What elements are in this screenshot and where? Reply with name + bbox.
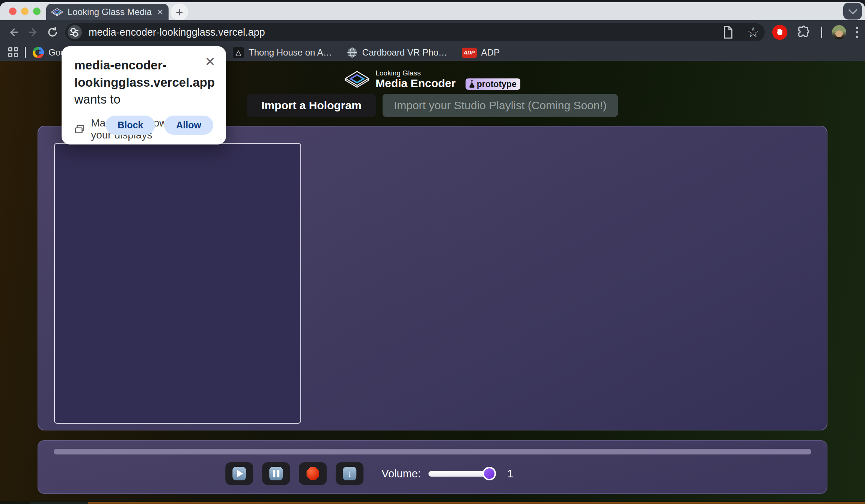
apps-grid-icon[interactable] — [8, 47, 19, 58]
prototype-badge: prototype — [466, 78, 520, 90]
bookmark-adp[interactable]: ADP ADP — [462, 47, 509, 58]
close-window-button[interactable] — [9, 8, 17, 15]
preview-viewport[interactable] — [54, 143, 301, 424]
adblock-extension-icon[interactable] — [772, 25, 787, 40]
active-tab[interactable]: Looking Glass Media Encoder × — [46, 4, 169, 20]
url-bar[interactable]: media-encoder-lookingglass.vercel.app ☆ — [65, 23, 765, 41]
dialog-buttons: Block Allow — [105, 116, 213, 135]
forward-button[interactable] — [23, 26, 43, 39]
adp-favicon: ADP — [462, 48, 477, 58]
bookmarks-separator — [25, 47, 26, 58]
bottom-strip-line — [88, 502, 865, 504]
volume-slider[interactable] — [428, 471, 493, 477]
triangle-favicon: △ — [233, 47, 244, 58]
page-bottom-strip — [0, 501, 865, 504]
toolbar-extensions-area — [772, 25, 858, 40]
reading-mode-icon[interactable] — [722, 26, 734, 39]
dialog-close-icon[interactable]: ✕ — [205, 55, 216, 68]
looking-glass-logo — [345, 69, 369, 90]
browser-window: Looking Glass Media Encoder × + media-en… — [0, 0, 865, 504]
hologram-stage-panel — [38, 126, 827, 430]
zoom-window-button[interactable] — [33, 8, 41, 15]
globe-favicon — [347, 47, 358, 58]
looking-glass-favicon — [51, 7, 63, 17]
back-button[interactable] — [4, 26, 23, 39]
permission-dialog-title: media-encoder-lookingglass.vercel.app wa… — [74, 57, 198, 108]
import-playlist-button[interactable]: Import your Studio Playlist (Coming Soon… — [383, 94, 618, 117]
permission-dialog: media-encoder-lookingglass.vercel.app wa… — [62, 46, 226, 144]
volume-slider-thumb[interactable] — [482, 467, 496, 480]
player-controls: ↓ Volume: 1 — [225, 462, 513, 485]
traffic-lights — [9, 8, 41, 15]
play-button[interactable] — [225, 462, 253, 485]
timeline-scrubber[interactable] — [54, 449, 811, 454]
bookmark-cardboard-vr[interactable]: Cardboard VR Pho… — [347, 47, 457, 58]
record-button[interactable] — [299, 462, 327, 485]
chevron-down-icon — [848, 5, 857, 14]
play-icon — [232, 467, 246, 480]
bottom-strip-segment — [30, 502, 88, 504]
reload-button[interactable] — [43, 26, 62, 39]
tab-close-icon[interactable]: × — [157, 6, 163, 18]
minimize-window-button[interactable] — [21, 8, 29, 15]
site-settings-icon[interactable] — [68, 25, 82, 39]
bookmark-star-icon[interactable]: ☆ — [747, 25, 760, 39]
url-text: media-encoder-lookingglass.vercel.app — [89, 27, 709, 38]
pause-button[interactable] — [262, 462, 290, 485]
block-button[interactable]: Block — [105, 116, 155, 135]
allow-button[interactable]: Allow — [164, 116, 213, 135]
extensions-puzzle-icon[interactable] — [797, 25, 811, 39]
profile-avatar[interactable] — [832, 25, 846, 39]
download-button[interactable]: ↓ — [336, 462, 363, 485]
toolbar: media-encoder-lookingglass.vercel.app ☆ — [0, 20, 865, 44]
menu-dots-icon[interactable] — [856, 27, 858, 38]
brand-line1: Looking Glass — [375, 69, 455, 77]
tab-strip: Looking Glass Media Encoder × + — [0, 0, 865, 20]
import-hologram-button[interactable]: Import a Hologram — [247, 94, 376, 117]
google-favicon — [33, 47, 44, 58]
pause-icon — [269, 467, 283, 480]
toolbar-separator — [821, 27, 822, 38]
brand-line2: Media Encoder — [375, 77, 455, 90]
new-tab-button[interactable]: + — [171, 3, 188, 21]
volume-value: 1 — [507, 467, 514, 480]
tab-search-button[interactable] — [843, 3, 862, 20]
flask-icon — [468, 80, 476, 89]
volume-label: Volume: — [381, 468, 421, 480]
download-icon: ↓ — [343, 467, 356, 480]
record-icon — [306, 467, 319, 480]
tab-title: Looking Glass Media Encoder — [68, 7, 154, 17]
player-control-bar: ↓ Volume: 1 — [38, 440, 827, 494]
bookmark-thong-house[interactable]: △ Thong House on A… — [233, 47, 342, 58]
window-management-icon — [74, 122, 85, 136]
